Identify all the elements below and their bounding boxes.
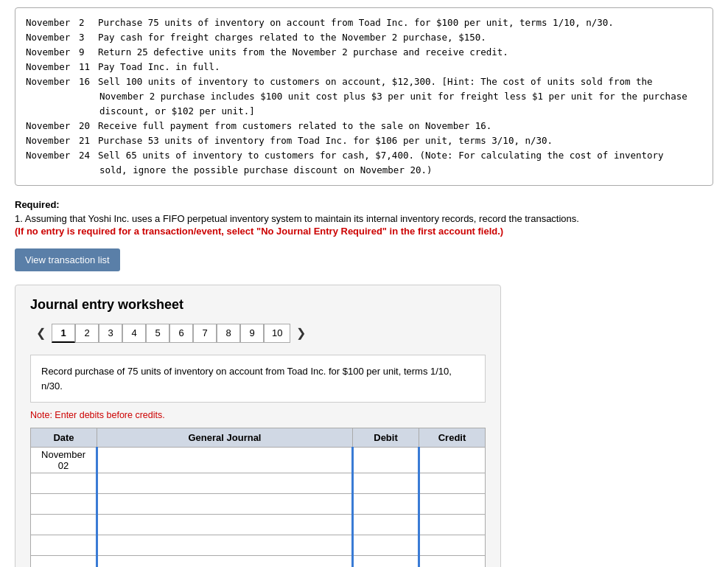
page-button-8[interactable]: 8 xyxy=(217,324,240,343)
required-section: Required: 1. Assuming that Yoshi Inc. us… xyxy=(15,199,713,237)
general-journal-input[interactable] xyxy=(98,515,351,535)
transaction-line: November9Return 25 defective units from … xyxy=(26,45,702,60)
transaction-line: November20Receive full payment from cust… xyxy=(26,119,702,133)
general-journal-cell[interactable] xyxy=(97,473,353,494)
credit-cell[interactable] xyxy=(419,556,486,568)
transaction-text: Pay Toad Inc. in full. xyxy=(98,60,220,74)
debit-credit-note: Note: Enter debits before credits. xyxy=(30,410,486,420)
transaction-text: Purchase 53 units of inventory from Toad… xyxy=(98,133,553,148)
transaction-day: 21 xyxy=(79,133,98,148)
transaction-text: Purchase 75 units of inventory on accoun… xyxy=(98,15,614,30)
transaction-list-box: November2Purchase 75 units of inventory … xyxy=(15,7,713,186)
transaction-month: November xyxy=(26,74,79,89)
transaction-day: 24 xyxy=(79,148,98,163)
credit-input[interactable] xyxy=(420,448,485,473)
debit-input[interactable] xyxy=(354,535,418,555)
transaction-line: sold, ignore the possible purchase disco… xyxy=(99,163,702,178)
credit-input[interactable] xyxy=(420,473,485,493)
credit-cell[interactable] xyxy=(419,494,486,515)
general-journal-cell[interactable] xyxy=(97,556,353,568)
page-button-6[interactable]: 6 xyxy=(169,324,193,343)
transaction-line: November24Sell 65 units of inventory to … xyxy=(26,148,702,163)
transaction-day: 20 xyxy=(79,119,98,133)
transaction-month: November xyxy=(26,45,79,60)
debit-cell[interactable] xyxy=(353,515,419,535)
transaction-month: November xyxy=(26,133,79,148)
date-cell xyxy=(31,515,97,535)
table-row: November02 xyxy=(31,448,486,473)
date-cell xyxy=(31,535,97,556)
page-button-2[interactable]: 2 xyxy=(75,324,99,343)
instruction-text: 1. Assuming that Yoshi Inc. uses a FIFO … xyxy=(15,213,713,224)
page-button-3[interactable]: 3 xyxy=(99,324,122,343)
general-journal-cell[interactable] xyxy=(97,515,353,535)
header-credit: Credit xyxy=(419,428,486,448)
general-journal-cell[interactable] xyxy=(97,494,353,515)
transaction-day: 3 xyxy=(79,30,98,45)
credit-input[interactable] xyxy=(420,515,485,535)
credit-cell[interactable] xyxy=(419,473,486,494)
debit-cell[interactable] xyxy=(353,494,419,515)
general-journal-input[interactable] xyxy=(98,448,351,473)
credit-input[interactable] xyxy=(420,556,485,567)
prev-page-button[interactable]: ❮ xyxy=(30,323,52,343)
page-button-4[interactable]: 4 xyxy=(122,324,146,343)
page-button-1[interactable]: 1 xyxy=(52,324,75,343)
page-button-7[interactable]: 7 xyxy=(193,324,217,343)
header-general-journal: General Journal xyxy=(97,428,353,448)
general-journal-cell[interactable] xyxy=(97,535,353,556)
transaction-line: November2Purchase 75 units of inventory … xyxy=(26,15,702,30)
date-cell xyxy=(31,473,97,494)
debit-cell[interactable] xyxy=(353,473,419,494)
transaction-text: Return 25 defective units from the Novem… xyxy=(98,45,508,60)
debit-cell[interactable] xyxy=(353,448,419,473)
transaction-month: November xyxy=(26,15,79,30)
debit-input[interactable] xyxy=(354,494,418,514)
page-button-5[interactable]: 5 xyxy=(146,324,169,343)
debit-input[interactable] xyxy=(354,556,418,567)
general-journal-cell[interactable] xyxy=(97,448,353,473)
date-cell xyxy=(31,556,97,568)
transaction-day: 16 xyxy=(79,74,98,89)
general-journal-input[interactable] xyxy=(98,494,351,514)
page-button-10[interactable]: 10 xyxy=(264,324,290,343)
journal-table: Date General Journal Debit Credit Novemb… xyxy=(30,428,486,567)
transaction-day: 2 xyxy=(79,15,98,30)
journal-entry-worksheet: Journal entry worksheet ❮ 12345678910 ❯ … xyxy=(15,285,501,567)
credit-input[interactable] xyxy=(420,494,485,514)
required-title: Required: xyxy=(15,199,713,210)
debit-input[interactable] xyxy=(354,448,418,473)
debit-cell[interactable] xyxy=(353,556,419,568)
debit-cell[interactable] xyxy=(353,535,419,556)
header-debit: Debit xyxy=(353,428,419,448)
date-cell: November02 xyxy=(31,448,97,473)
pagination: ❮ 12345678910 ❯ xyxy=(30,323,486,343)
transaction-month: November xyxy=(26,60,79,74)
debit-input[interactable] xyxy=(354,515,418,535)
instruction-red-text: (If no entry is required for a transacti… xyxy=(15,226,713,237)
worksheet-title: Journal entry worksheet xyxy=(30,297,486,313)
table-row xyxy=(31,473,486,494)
general-journal-input[interactable] xyxy=(98,473,351,493)
credit-cell[interactable] xyxy=(419,448,486,473)
transaction-line: November21Purchase 53 units of inventory… xyxy=(26,133,702,148)
transaction-text: Receive full payment from customers rela… xyxy=(98,119,491,133)
table-row xyxy=(31,515,486,535)
credit-cell[interactable] xyxy=(419,515,486,535)
transaction-line: discount, or $102 per unit.] xyxy=(99,104,702,119)
transaction-day: 9 xyxy=(79,45,98,60)
transaction-text: Sell 100 units of inventory to customers… xyxy=(98,74,653,89)
view-transaction-list-button[interactable]: View transaction list xyxy=(15,248,120,271)
transaction-line: November11Pay Toad Inc. in full. xyxy=(26,60,702,74)
transaction-line: November 2 purchase includes $100 unit c… xyxy=(99,89,702,104)
credit-cell[interactable] xyxy=(419,535,486,556)
table-row xyxy=(31,494,486,515)
general-journal-input[interactable] xyxy=(98,556,351,567)
credit-input[interactable] xyxy=(420,535,485,555)
general-journal-input[interactable] xyxy=(98,535,351,555)
page-button-9[interactable]: 9 xyxy=(240,324,264,343)
transaction-line: November16Sell 100 units of inventory to… xyxy=(26,74,702,89)
next-page-button[interactable]: ❯ xyxy=(290,323,312,343)
debit-input[interactable] xyxy=(354,473,418,493)
date-cell xyxy=(31,494,97,515)
